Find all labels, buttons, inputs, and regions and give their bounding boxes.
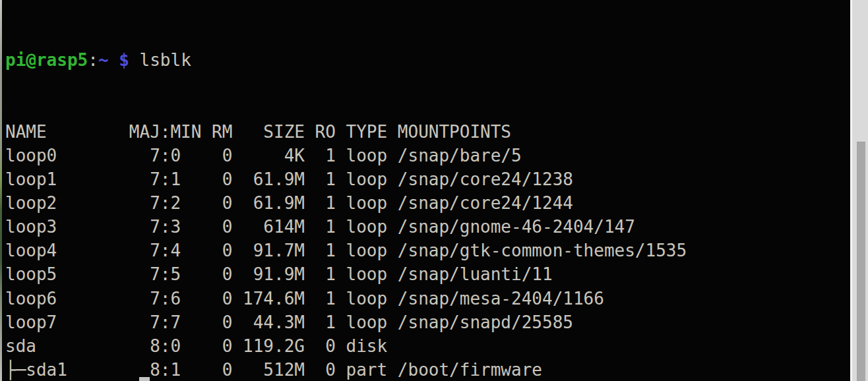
prompt-space [129,50,140,70]
prompt-space [109,50,119,70]
cursor [139,377,150,381]
lsblk-output: NAME MAJ:MIN RM SIZE RO TYPE MOUNTPOINTS… [5,120,850,381]
table-row: loop5 7:5 0 91.9M 1 loop /snap/luanti/11 [5,262,850,286]
scrollbar[interactable] [850,0,868,381]
table-row: loop7 7:7 0 44.3M 1 loop /snap/snapd/255… [5,310,850,334]
table-row: loop4 7:4 0 91.7M 1 loop /snap/gtk-commo… [5,239,850,262]
scrollbar-thumb[interactable] [857,142,865,381]
table-row: sda 8:0 0 119.2G 0 disk [5,334,850,358]
prompt-separator: : [88,50,98,70]
table-row: loop1 7:1 0 61.9M 1 loop /snap/core24/12… [5,167,850,191]
table-row: loop3 7:3 0 614M 1 loop /snap/gnome-46-2… [5,215,850,239]
desktop-edge-strip [0,0,2,381]
table-header-row: NAME MAJ:MIN RM SIZE RO TYPE MOUNTPOINTS [5,120,850,144]
table-row: loop6 7:6 0 174.6M 1 loop /snap/mesa-240… [5,287,850,310]
prompt-command: lsblk [140,50,191,70]
table-row: loop2 7:2 0 61.9M 1 loop /snap/core24/12… [5,191,850,215]
prompt-path: ~ [98,50,109,70]
terminal-window: pi@rasp5:~ $ lsblk NAME MAJ:MIN RM SIZE … [0,0,868,381]
table-row: loop0 7:0 0 4K 1 loop /snap/bare/5 [5,144,850,167]
terminal-content[interactable]: pi@rasp5:~ $ lsblk NAME MAJ:MIN RM SIZE … [0,0,850,381]
table-row: ├─sda1 8:1 0 512M 0 part /boot/firmware [5,358,850,381]
prompt-line: pi@rasp5:~ $ lsblk [5,48,850,72]
prompt-dollar-sign: $ [119,50,129,70]
prompt-user-host: pi@rasp5 [5,50,88,70]
